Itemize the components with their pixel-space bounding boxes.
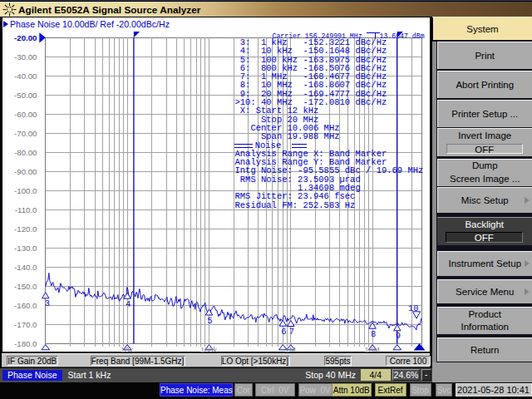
svg-text:9: 9 — [395, 331, 400, 341]
svg-text:7: 7 — [288, 327, 293, 337]
svg-text:3: 3 — [44, 298, 49, 308]
svg-text:4: 4 — [125, 299, 130, 309]
svg-text:5: 5 — [207, 316, 212, 326]
svg-text:8: 8 — [370, 329, 375, 339]
svg-text:10: 10 — [407, 303, 418, 313]
svg-text:6: 6 — [281, 327, 286, 337]
